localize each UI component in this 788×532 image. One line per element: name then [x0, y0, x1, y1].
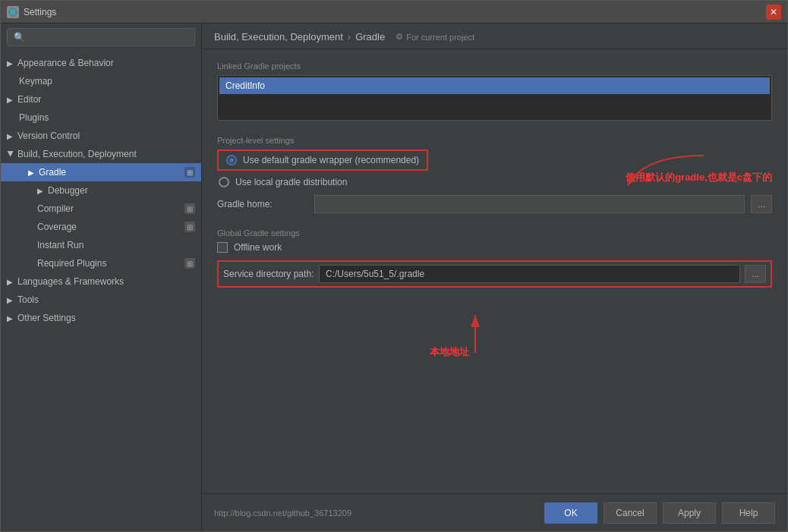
gradle-home-label: Gradle home: [217, 199, 308, 209]
arrow-icon: ▶ [7, 132, 14, 140]
arrow-annotation-bottom [452, 307, 498, 360]
sidebar-item-label: Version Control [17, 131, 80, 141]
sidebar-item-label: Instant Run [37, 240, 84, 250]
sidebar-item-coverage[interactable]: Coverage ⊞ [1, 218, 201, 236]
radio-default-wrapper[interactable] [226, 155, 237, 165]
sidebar-item-appearance[interactable]: ▶ Appearance & Behavior [1, 54, 201, 72]
sidebar-item-label: Editor [17, 94, 41, 105]
arrow-icon: ▶ [7, 314, 14, 323]
ok-button[interactable]: OK [544, 502, 597, 524]
search-icon: 🔍 [14, 32, 25, 42]
gradle-home-input[interactable] [314, 195, 745, 213]
sidebar-item-label: Appearance & Behavior [17, 58, 114, 68]
sidebar-item-label: Debugger [48, 185, 88, 196]
global-gradle-label: Global Gradle settings [217, 228, 772, 238]
sidebar-item-label: Plugins [19, 112, 49, 123]
sidebar-item-label: Keymap [19, 76, 52, 87]
search-input[interactable] [30, 32, 188, 42]
project-level-settings: Project-level settings Use default gradl… [217, 136, 772, 213]
apply-button[interactable]: Apply [663, 502, 716, 524]
sidebar-item-label: Build, Execution, Deployment [17, 149, 137, 159]
sidebar-item-keymap[interactable]: Keymap [1, 72, 201, 90]
cancel-button[interactable]: Cancel [604, 502, 657, 524]
offline-work-option[interactable]: Offline work [217, 242, 772, 253]
gradle-home-row: Gradle home: ... [217, 195, 772, 213]
service-dir-label: Service directory path: [223, 269, 314, 279]
sidebar-item-debugger[interactable]: ▶ Debugger [1, 181, 201, 200]
bottom-bar: http://blog.csdn.net/github_36713209 OK … [202, 493, 787, 531]
annotation-bottom: 本地地址 [430, 345, 469, 359]
svg-point-0 [9, 8, 17, 16]
sidebar-item-label: Other Settings [17, 313, 76, 323]
arrow-icon: ▶ [28, 168, 36, 177]
main-panel: Build, Execution, Deployment › Gradle ⚙ … [202, 24, 787, 531]
close-button[interactable]: ✕ [766, 5, 781, 20]
sidebar-item-languages[interactable]: ▶ Languages & Frameworks [1, 272, 201, 291]
sidebar-item-plugins[interactable]: Plugins [1, 109, 201, 127]
breadcrumb: Build, Execution, Deployment › Gradle ⚙ … [202, 24, 787, 49]
app-icon [7, 6, 19, 18]
sidebar-item-instantrun[interactable]: Instant Run [1, 236, 201, 254]
sidebar-item-label: Coverage [37, 222, 181, 232]
breadcrumb-sep: › [348, 31, 351, 42]
global-gradle-settings: Global Gradle settings Offline work Serv… [217, 228, 772, 288]
arrow-icon: ▶ [7, 59, 14, 68]
sidebar-item-compiler[interactable]: Compiler ⊞ [1, 200, 201, 218]
linked-projects-section: Linked Gradle projects CreditInfo [217, 61, 772, 121]
coverage-badge: ⊞ [184, 222, 195, 232]
arrow-icon: ▶ [37, 187, 45, 195]
projects-list[interactable]: CreditInfo [217, 75, 772, 121]
radio-local-option[interactable]: Use local gradle distribution [217, 177, 772, 187]
breadcrumb-part1: Build, Execution, Deployment [214, 31, 343, 42]
radio-local[interactable] [219, 177, 229, 187]
arrow-icon: ▶ [7, 296, 14, 304]
gradle-badge: ⊞ [184, 167, 195, 178]
sidebar-item-othersettings[interactable]: ▶ Other Settings [1, 309, 201, 327]
help-button[interactable]: Help [722, 502, 775, 524]
sidebar-item-editor[interactable]: ▶ Editor [1, 90, 201, 109]
radio-option-wrapper[interactable]: Use default gradle wrapper (recommended) [217, 150, 428, 171]
sidebar-item-label: Compiler [37, 203, 181, 214]
sidebar-item-reqplugins[interactable]: Required Plugins ⊞ [1, 254, 201, 272]
bottom-url: http://blog.csdn.net/github_36713209 [214, 508, 538, 518]
breadcrumb-scope: ⚙ For current project [396, 32, 474, 42]
project-level-label: Project-level settings [217, 136, 772, 145]
service-dir-row: Service directory path: ... [217, 260, 772, 288]
search-box[interactable]: 🔍 [7, 28, 195, 46]
sidebar-item-label: Languages & Frameworks [17, 276, 124, 287]
sidebar: 🔍 ▶ Appearance & Behavior Keymap ▶ Edito… [1, 24, 202, 531]
sidebar-item-gradle[interactable]: ▶ Gradle ⊞ [1, 163, 201, 181]
title-bar: Settings ✕ [1, 1, 787, 24]
service-dir-input[interactable] [319, 265, 740, 283]
gradle-home-browse-btn[interactable]: ... [751, 195, 772, 213]
sidebar-item-label: Required Plugins [37, 258, 181, 269]
arrow-icon: ▶ [7, 96, 14, 104]
project-item[interactable]: CreditInfo [219, 77, 770, 94]
sidebar-item-build[interactable]: ▶ Build, Execution, Deployment [1, 145, 201, 163]
radio-default-label: Use default gradle wrapper (recommended) [243, 155, 419, 165]
settings-window: Settings ✕ 🔍 ▶ Appearance & Behavior Key… [0, 0, 788, 532]
sidebar-item-vcs[interactable]: ▶ Version Control [1, 127, 201, 145]
service-dir-browse-btn[interactable]: ... [745, 265, 766, 283]
sidebar-item-tools[interactable]: ▶ Tools [1, 291, 201, 309]
window-title: Settings [24, 7, 766, 17]
breadcrumb-part2: Gradle [355, 31, 385, 42]
arrow-icon: ▶ [7, 278, 14, 286]
arrow-icon: ▶ [7, 150, 15, 158]
main-content: Linked Gradle projects CreditInfo Projec… [202, 49, 787, 493]
reqplugins-badge: ⊞ [184, 258, 195, 269]
sidebar-item-label: Gradle [39, 167, 181, 178]
offline-work-label: Offline work [234, 242, 282, 253]
scope-text: For current project [406, 33, 474, 42]
radio-local-label: Use local gradle distribution [235, 177, 347, 187]
compiler-badge: ⊞ [184, 203, 195, 214]
offline-work-checkbox[interactable] [217, 242, 228, 253]
linked-projects-label: Linked Gradle projects [217, 61, 772, 71]
nav-tree: ▶ Appearance & Behavior Keymap ▶ Editor … [1, 51, 201, 531]
scope-icon: ⚙ [396, 32, 403, 42]
sidebar-item-label: Tools [17, 294, 39, 305]
